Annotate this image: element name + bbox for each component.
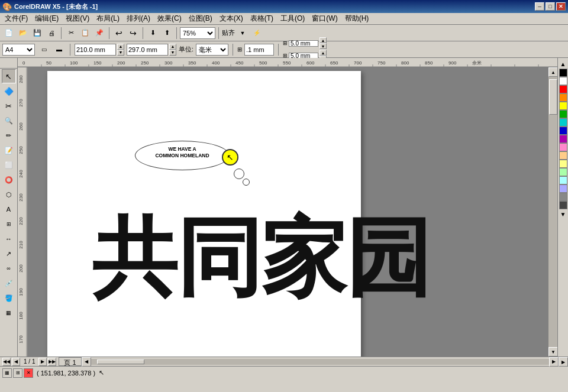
smart-draw-tool[interactable]: 📝 xyxy=(2,143,16,157)
height-spin[interactable]: ▲ ▼ xyxy=(169,44,176,56)
paste-button[interactable]: 📌 xyxy=(93,27,106,40)
menu-window[interactable]: 窗口(W) xyxy=(308,12,341,25)
open-button[interactable]: 📂 xyxy=(17,27,30,40)
canvas-scroll[interactable]: 280 270 260 250 240 230 220 210 200 190 … xyxy=(18,67,548,357)
dup-x-down[interactable]: ▼ xyxy=(320,43,327,49)
palette-light-blue[interactable] xyxy=(559,184,567,193)
palette-pink[interactable] xyxy=(559,143,567,151)
new-button[interactable]: 📄 xyxy=(2,27,15,40)
print-button[interactable]: 🖨 xyxy=(45,27,58,40)
copy-button[interactable]: 📋 xyxy=(79,27,92,40)
palette-gray[interactable] xyxy=(559,193,567,201)
status-icon-3[interactable]: ✕ xyxy=(24,368,33,378)
palette-green[interactable] xyxy=(559,110,567,118)
snap-button[interactable]: ▼ xyxy=(236,27,249,40)
palette-cyan[interactable] xyxy=(559,118,567,127)
save-button[interactable]: 💾 xyxy=(31,27,44,40)
palette-white[interactable] xyxy=(559,77,567,85)
width-input[interactable] xyxy=(75,44,116,56)
palette-black[interactable] xyxy=(559,69,567,77)
select-tool[interactable]: ↖ xyxy=(2,69,16,83)
menu-table[interactable]: 表格(T) xyxy=(247,12,277,25)
menu-arrange[interactable]: 排列(A) xyxy=(123,12,154,25)
menu-bitmap[interactable]: 位图(B) xyxy=(185,12,216,25)
dup-x-input[interactable] xyxy=(289,40,318,47)
height-up[interactable]: ▲ xyxy=(169,44,176,50)
export-button[interactable]: ⬆ xyxy=(160,27,173,40)
palette-light-orange[interactable] xyxy=(559,151,567,160)
page-size-select[interactable]: A4A3Letter xyxy=(2,44,35,56)
hscroll-end-button[interactable]: ▶ xyxy=(559,357,568,367)
freehand-tool[interactable]: ✏ xyxy=(2,128,16,142)
vscroll-track[interactable] xyxy=(548,77,557,347)
menu-file[interactable]: 文件(F) xyxy=(1,12,31,25)
palette-yellow[interactable] xyxy=(559,102,567,110)
palette-scroll-down[interactable]: ▼ xyxy=(559,209,568,219)
blend-tool[interactable]: ∞ xyxy=(2,261,16,276)
height-down[interactable]: ▼ xyxy=(169,50,176,56)
polygon-tool[interactable]: ⬡ xyxy=(2,187,16,202)
width-down[interactable]: ▼ xyxy=(117,50,124,56)
status-icon-1[interactable]: ▦ xyxy=(2,368,12,378)
rectangle-tool[interactable]: ⬜ xyxy=(2,158,16,172)
width-up[interactable]: ▲ xyxy=(117,44,124,50)
zoom-tool[interactable]: 🔍 xyxy=(2,114,16,128)
eyedropper-tool[interactable]: 💉 xyxy=(2,276,16,290)
width-spin[interactable]: ▲ ▼ xyxy=(117,44,124,56)
menu-edit[interactable]: 编辑(E) xyxy=(31,12,62,25)
hscroll-right-button[interactable]: ▶ xyxy=(549,357,559,367)
hscroll-left-button[interactable]: ◀ xyxy=(82,357,91,367)
vscroll-down-button[interactable]: ▼ xyxy=(548,347,557,357)
cut-button[interactable]: ✂ xyxy=(64,27,78,40)
hscroll-track[interactable] xyxy=(91,359,549,365)
redo-button[interactable]: ↪ xyxy=(127,27,140,40)
palette-orange[interactable] xyxy=(559,93,567,102)
ellipse-tool[interactable]: ⭕ xyxy=(2,173,16,187)
palette-light-green[interactable] xyxy=(559,168,567,176)
palette-light-yellow[interactable] xyxy=(559,160,567,168)
status-icon-2[interactable]: ⊞ xyxy=(13,368,22,378)
next-page-button[interactable]: ▶ xyxy=(38,358,47,366)
unit-select[interactable]: 毫米像素英寸 xyxy=(196,44,228,56)
page-tab-1[interactable]: 页 1 xyxy=(59,357,81,366)
import-button[interactable]: ⬇ xyxy=(146,27,159,40)
menu-effects[interactable]: 效果(C) xyxy=(154,12,185,25)
undo-button[interactable]: ↩ xyxy=(112,27,125,40)
connector-tool[interactable]: ↗ xyxy=(2,247,16,261)
dup-x-up[interactable]: ▲ xyxy=(320,37,327,43)
text-tool[interactable]: A xyxy=(2,202,16,216)
titlebar-max-button[interactable]: □ xyxy=(546,2,555,11)
zoom-select[interactable]: 75% 50% 100% 150% xyxy=(180,27,215,39)
first-page-button[interactable]: ◀◀ xyxy=(2,358,11,366)
snap-icon[interactable]: ⚡ xyxy=(250,27,263,40)
shape-tool[interactable]: 🔷 xyxy=(2,84,16,98)
prev-page-button[interactable]: ◀ xyxy=(12,358,20,366)
menu-layout[interactable]: 布局(L) xyxy=(93,12,123,25)
dup-x-spin[interactable]: ▲ ▼ xyxy=(320,37,327,49)
last-page-button[interactable]: ▶▶ xyxy=(48,358,56,366)
dimension-tool[interactable]: ↔ xyxy=(2,232,16,246)
vscroll-thumb[interactable] xyxy=(549,79,557,115)
fill-tool[interactable]: 🪣 xyxy=(2,291,16,305)
menu-text[interactable]: 文本(X) xyxy=(216,12,247,25)
palette-dark-gray[interactable] xyxy=(559,201,567,209)
vscroll-up-button[interactable]: ▲ xyxy=(548,67,557,77)
dup-y-up[interactable]: ▲ xyxy=(320,50,327,56)
menu-tools[interactable]: 工具(O) xyxy=(277,12,308,25)
menu-view[interactable]: 视图(V) xyxy=(62,12,93,25)
menu-help[interactable]: 帮助(H) xyxy=(341,12,373,25)
nudge-input[interactable] xyxy=(244,44,274,56)
table-tool[interactable]: ⊞ xyxy=(2,217,16,231)
titlebar-min-button[interactable]: ─ xyxy=(535,2,544,11)
landscape-button[interactable]: ▬ xyxy=(53,43,66,56)
palette-scroll-up[interactable]: ▲ xyxy=(559,59,568,69)
palette-light-cyan[interactable] xyxy=(559,176,567,184)
interactive-fill-tool[interactable]: ▦ xyxy=(2,306,16,320)
palette-purple[interactable] xyxy=(559,135,567,143)
portrait-button[interactable]: ▭ xyxy=(37,43,50,56)
palette-red[interactable] xyxy=(559,85,567,93)
palette-blue[interactable] xyxy=(559,127,567,135)
crop-tool[interactable]: ✂ xyxy=(2,99,16,113)
hscroll-thumb[interactable] xyxy=(97,359,144,364)
height-input[interactable] xyxy=(127,44,168,56)
